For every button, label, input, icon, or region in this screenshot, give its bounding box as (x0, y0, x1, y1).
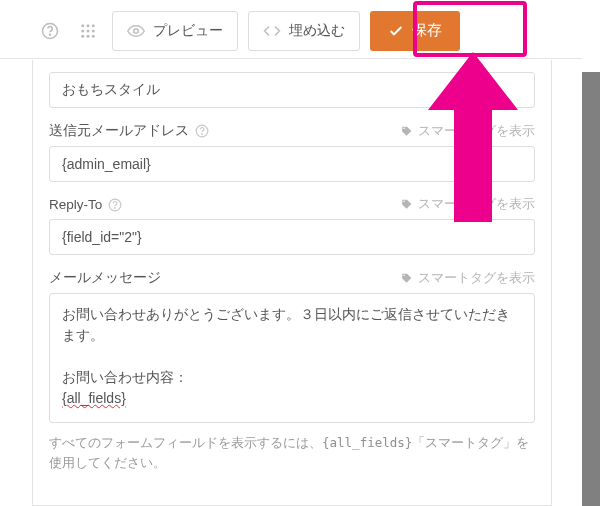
smart-tags-toggle[interactable]: スマートタグを表示 (400, 270, 535, 287)
right-gutter (582, 72, 600, 506)
tag-icon (400, 272, 413, 285)
svg-point-10 (92, 34, 95, 37)
help-icon[interactable] (108, 198, 122, 212)
svg-point-7 (92, 29, 95, 32)
save-label: 保存 (412, 21, 442, 40)
message-label: メールメッセージ (49, 269, 161, 287)
reply-to-label: Reply-To (49, 197, 122, 212)
svg-point-4 (92, 24, 95, 27)
eye-icon (127, 22, 145, 40)
help-icon[interactable] (36, 17, 64, 45)
svg-point-6 (87, 29, 90, 32)
tag-icon (400, 125, 413, 138)
smart-tags-toggle[interactable]: スマートタグを表示 (400, 123, 535, 140)
help-icon[interactable] (195, 124, 209, 138)
svg-point-5 (81, 29, 84, 32)
reply-to-input[interactable] (49, 219, 535, 255)
preview-button[interactable]: プレビュー (112, 11, 238, 51)
embed-button[interactable]: 埋め込む (248, 11, 360, 51)
settings-panel: 送信元メールアドレス スマートタグを表示 Reply-To (32, 60, 552, 506)
code-icon (263, 22, 281, 40)
preview-label: プレビュー (153, 22, 223, 40)
tag-icon (400, 198, 413, 211)
sender-name-input[interactable] (49, 72, 535, 108)
from-email-input[interactable] (49, 146, 535, 182)
svg-point-3 (87, 24, 90, 27)
from-email-label: 送信元メールアドレス (49, 122, 209, 140)
svg-point-9 (87, 34, 90, 37)
toolbar: プレビュー 埋め込む 保存 (0, 3, 582, 59)
all-fields-token: {all_fields} (62, 390, 126, 406)
check-icon (388, 23, 404, 39)
svg-point-17 (115, 207, 116, 208)
apps-grid-icon[interactable] (74, 17, 102, 45)
svg-point-1 (50, 34, 51, 35)
message-textarea[interactable]: お問い合わせありがとうございます。３日以内にご返信させていただきます。 お問い合… (49, 293, 535, 423)
embed-label: 埋め込む (289, 22, 345, 40)
svg-point-2 (81, 24, 84, 27)
hint-text: すべてのフォームフィールドを表示するには、{all_fields}「スマートタグ… (49, 433, 535, 473)
save-button[interactable]: 保存 (370, 11, 460, 51)
svg-point-8 (81, 34, 84, 37)
smart-tags-toggle[interactable]: スマートタグを表示 (400, 196, 535, 213)
svg-point-15 (202, 134, 203, 135)
svg-point-11 (134, 28, 139, 33)
